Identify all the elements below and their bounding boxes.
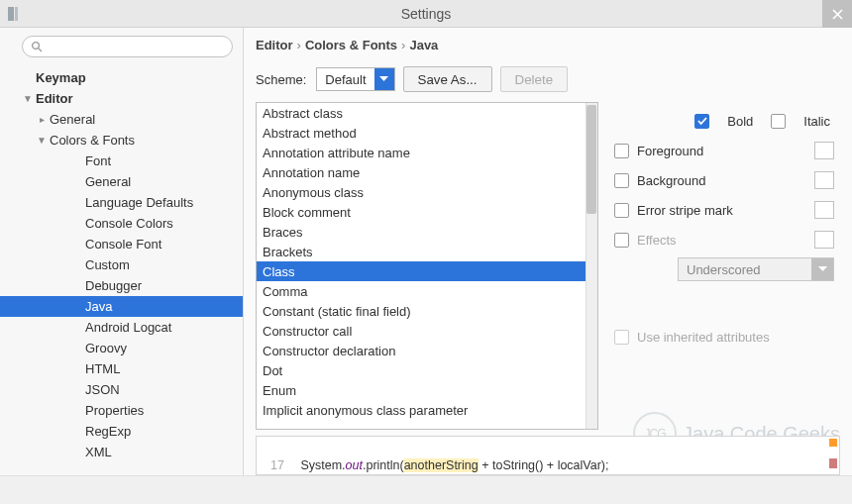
tree-item[interactable]: Font (0, 151, 243, 171)
tree-item[interactable]: HTML (0, 358, 243, 379)
italic-label: Italic (803, 114, 830, 129)
tree-item-label: Console Font (83, 237, 161, 252)
list-item[interactable]: Dot (257, 360, 597, 380)
tree-item-label: Debugger (83, 278, 142, 293)
chevron-down-icon: ▼ (36, 135, 48, 146)
list-item[interactable]: Constructor call (257, 321, 597, 341)
tree-item-label: General (83, 174, 131, 189)
tree-item-label: Colors & Fonts (48, 133, 135, 148)
tree-item[interactable]: Console Font (0, 234, 243, 254)
tree-item-label: General (48, 112, 95, 127)
effects-label: Effects (637, 233, 677, 248)
tree-item[interactable]: Properties (0, 400, 243, 421)
tree-item-label: Custom (83, 257, 130, 272)
tree-item[interactable]: General (0, 171, 243, 192)
chevron-right-icon: ▸ (36, 114, 48, 125)
tree-item[interactable]: Groovy (0, 338, 243, 358)
search-icon (31, 41, 43, 52)
chevron-down-icon (374, 68, 394, 90)
tree-item-label: Groovy (83, 341, 127, 355)
window-title: Settings (401, 6, 452, 22)
inherit-label: Use inherited attributes (637, 330, 770, 345)
svg-rect-0 (8, 7, 14, 21)
background-swatch[interactable] (814, 171, 834, 189)
error-stripe-swatch[interactable] (814, 201, 834, 219)
tree-item[interactable]: Keymap (0, 67, 243, 88)
tree-item[interactable]: Custom (0, 254, 243, 275)
effects-swatch[interactable] (814, 231, 834, 249)
list-item[interactable]: Abstract method (257, 123, 597, 143)
search-input[interactable] (47, 40, 224, 53)
foreground-label: Foreground (637, 144, 703, 158)
app-icon (6, 5, 24, 23)
tree-item[interactable]: ▼Colors & Fonts (0, 130, 243, 151)
list-item[interactable]: Constant (static final field) (257, 301, 597, 321)
tree-item[interactable]: ▸General (0, 109, 243, 130)
tree-item[interactable]: Android Logcat (0, 317, 243, 338)
attribute-listbox[interactable]: Abstract classAbstract methodAnnotation … (256, 102, 598, 430)
background-checkbox[interactable] (614, 173, 629, 188)
list-item[interactable]: Constructor declaration (257, 341, 597, 360)
tree-item[interactable]: Java (0, 296, 243, 317)
tree-item[interactable]: XML (0, 442, 243, 462)
tree-item-label: Android Logcat (83, 320, 171, 335)
foreground-swatch[interactable] (814, 142, 834, 159)
delete-button: Delete (500, 66, 569, 92)
svg-line-3 (39, 49, 42, 51)
bold-checkbox[interactable] (694, 114, 709, 129)
tree-item-label: Language Defaults (83, 195, 193, 210)
tree-item[interactable]: ▼Editor (0, 88, 243, 109)
list-item[interactable]: Implicit anonymous class parameter (257, 400, 597, 420)
tree-item-label: Properties (83, 403, 144, 418)
background-label: Background (637, 173, 705, 188)
save-as-button[interactable]: Save As... (403, 66, 492, 92)
tree-item-label: Font (83, 153, 111, 168)
tree-item-label: Keymap (34, 70, 86, 85)
list-item[interactable]: Braces (257, 222, 597, 242)
tree-item-label: Console Colors (83, 216, 173, 231)
tree-item[interactable]: RegExp (0, 421, 243, 442)
list-item[interactable]: Abstract class (257, 103, 597, 123)
tree-item-label: HTML (83, 361, 120, 376)
list-item[interactable]: Brackets (257, 242, 597, 261)
list-item[interactable]: Annotation attribute name (257, 143, 597, 162)
list-item[interactable]: Block comment (257, 202, 597, 222)
close-button[interactable] (822, 0, 852, 28)
error-stripe-label: Error stripe mark (637, 203, 733, 218)
tree-item[interactable]: Debugger (0, 275, 243, 296)
svg-rect-1 (15, 7, 18, 21)
code-preview: 17 System.out.println(anotherString + to… (256, 436, 840, 475)
list-item[interactable]: Enum (257, 380, 597, 400)
tree-item[interactable]: Language Defaults (0, 192, 243, 213)
breadcrumb: Editor›Colors & Fonts›Java (244, 28, 852, 62)
tree-item[interactable]: JSON (0, 379, 243, 400)
tree-item-label: Java (83, 299, 112, 314)
scheme-label: Scheme: (256, 72, 306, 87)
settings-tree-sidebar: Keymap▼Editor▸General▼Colors & FontsFont… (0, 28, 244, 475)
listbox-scrollbar[interactable] (586, 103, 597, 429)
effects-type-select: Underscored (678, 257, 834, 281)
bold-label: Bold (727, 114, 753, 129)
tree-item-label: RegExp (83, 424, 131, 439)
foreground-checkbox[interactable] (614, 144, 629, 158)
svg-point-2 (33, 43, 40, 50)
list-item[interactable]: Anonymous class (257, 182, 597, 202)
tree-item[interactable]: Console Colors (0, 213, 243, 234)
list-item[interactable]: Class (257, 261, 597, 281)
effects-checkbox[interactable] (614, 233, 629, 248)
chevron-down-icon (811, 258, 833, 280)
error-stripe-checkbox[interactable] (614, 203, 629, 218)
tree-item-label: XML (83, 445, 112, 459)
tree-item-label: JSON (83, 382, 120, 397)
scheme-select[interactable]: Default (316, 67, 394, 91)
inherit-checkbox[interactable] (614, 330, 629, 345)
chevron-down-icon: ▼ (22, 93, 34, 104)
list-item[interactable]: Comma (257, 281, 597, 301)
tree-item-label: Editor (34, 91, 73, 106)
italic-checkbox[interactable] (771, 114, 786, 129)
list-item[interactable]: Annotation name (257, 162, 597, 182)
search-input-wrap[interactable] (22, 36, 233, 57)
